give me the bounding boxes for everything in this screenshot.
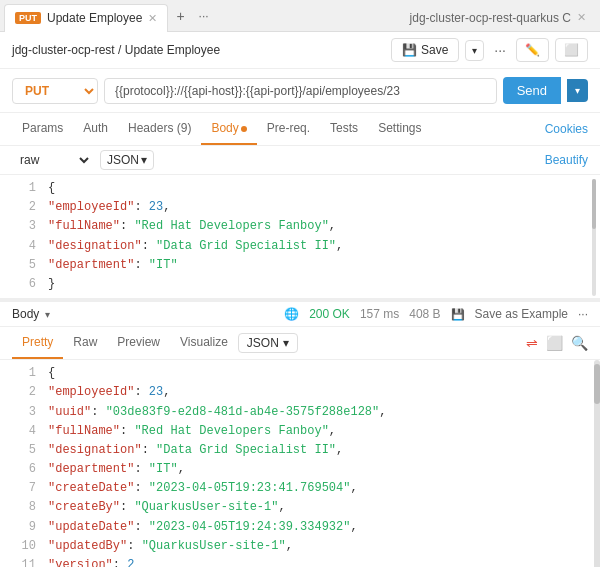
request-tabs-left: Params Auth Headers (9) Body Pre-req. Te… [12,113,431,145]
save-button[interactable]: 💾 Save [391,38,459,62]
tab-body[interactable]: Body [201,113,256,145]
resp-line-6: 6 "department": "IT", [0,460,600,479]
resp-line-9: 9 "updateDate": "2023-04-05T19:24:39.334… [0,518,600,537]
resp-line-11: 11 "version": 2 [0,556,600,567]
resp-tab-visualize[interactable]: Visualize [170,327,238,359]
globe-icon: 🌐 [284,307,299,321]
method-badge: PUT [15,12,41,24]
req-line-1: 1 { [0,179,600,198]
resp-line-5: 5 "designation": "Data Grid Specialist I… [0,441,600,460]
body-indicator [241,126,247,132]
cookies-link[interactable]: Cookies [545,122,588,136]
resp-line-8: 8 "createBy": "QuarkusUser-site-1", [0,498,600,517]
save-icon: 💾 [402,43,417,57]
new-tab-button[interactable]: + [168,8,192,24]
language-chevron: ▾ [141,153,147,167]
breadcrumb-sep: / [118,43,125,57]
tab-update-employee[interactable]: PUT Update Employee ✕ [4,4,168,32]
save-dropdown-button[interactable]: ▾ [465,40,484,61]
response-actions: ⇌ ⬜ 🔍 [526,335,588,351]
breadcrumb-page: Update Employee [125,43,220,57]
editor-scrollbar[interactable] [592,179,596,296]
header-bar: jdg-cluster-ocp-rest / Update Employee 💾… [0,32,600,69]
resp-line-3: 3 "uuid": "03de83f9-e2d8-481d-ab4e-3575f… [0,403,600,422]
tab-close-icon[interactable]: ✕ [148,12,157,25]
send-dropdown-button[interactable]: ▾ [567,79,588,102]
resp-tab-pretty[interactable]: Pretty [12,327,63,359]
tab-headers[interactable]: Headers (9) [118,113,201,145]
save-label: Save [421,43,448,57]
req-line-6: 6 } [0,275,600,294]
resp-line-10: 10 "updatedBy": "QuarkusUser-site-1", [0,537,600,556]
tab-auth[interactable]: Auth [73,113,118,145]
url-bar: PUT GET POST DELETE Send ▾ [0,69,600,113]
status-badge: 200 OK [309,307,350,321]
response-format-label: JSON [247,336,279,350]
resp-line-4: 4 "fullName": "Red Hat Developers Fanboy… [0,422,600,441]
copy-response-button[interactable]: ⬜ [546,335,563,351]
breadcrumb-project: jdg-cluster-ocp-rest [12,43,115,57]
tab-inactive-close-icon[interactable]: ✕ [577,11,586,24]
tab-bar: PUT Update Employee ✕ + ··· jdg-cluster-… [0,0,600,32]
response-body-chevron[interactable]: ▾ [45,309,50,320]
tab-more-button[interactable]: ··· [193,9,215,23]
req-line-4: 4 "designation": "Data Grid Specialist I… [0,237,600,256]
resp-tab-raw[interactable]: Raw [63,327,107,359]
response-stats: 🌐 200 OK 157 ms 408 B 💾 Save as Example … [284,307,588,321]
resp-line-1: 1 { [0,364,600,383]
header-more-button[interactable]: ··· [490,38,510,62]
tab-settings[interactable]: Settings [368,113,431,145]
response-format-select[interactable]: JSON ▾ [238,333,298,353]
breadcrumb: jdg-cluster-ocp-rest / Update Employee [12,43,220,57]
save-as-example-button[interactable]: Save as Example [475,307,568,321]
response-size: 408 B [409,307,440,321]
tab-inactive-title: jdg-cluster-ocp-rest-quarkus C [410,11,571,25]
response-scrollbar-thumb [594,364,600,404]
req-line-2: 2 "employeeId": 23, [0,198,600,217]
request-tabs-row: Params Auth Headers (9) Body Pre-req. Te… [0,113,600,146]
format-select[interactable]: raw form-data binary [12,150,92,170]
editor-toolbar: raw form-data binary JSON ▾ Beautify [0,146,600,175]
tab-params[interactable]: Params [12,113,73,145]
response-bar-left: Body ▾ [12,307,50,321]
beautify-button[interactable]: Beautify [545,153,588,167]
search-response-button[interactable]: 🔍 [571,335,588,351]
header-actions: 💾 Save ▾ ··· ✏️ ⬜ [391,38,588,62]
request-editor: 1 { 2 "employeeId": 23, 3 "fullName": "R… [0,175,600,302]
save-response-icon: 💾 [451,308,465,321]
edit-icon-button[interactable]: ✏️ [516,38,549,62]
request-code-editor[interactable]: 1 { 2 "employeeId": 23, 3 "fullName": "R… [0,175,600,300]
req-line-5: 5 "department": "IT" [0,256,600,275]
response-editor: 1 { 2 "employeeId": 23, 3 "uuid": "03de8… [0,360,600,567]
resp-line-2: 2 "employeeId": 23, [0,383,600,402]
tab-inactive[interactable]: jdg-cluster-ocp-rest-quarkus C ✕ [400,4,596,32]
url-input[interactable] [104,78,497,104]
send-button[interactable]: Send [503,77,561,104]
editor-toolbar-left: raw form-data binary JSON ▾ [12,150,154,170]
tab-tests[interactable]: Tests [320,113,368,145]
response-more-button[interactable]: ··· [578,307,588,321]
method-select[interactable]: PUT GET POST DELETE [12,78,98,104]
response-tabs-left: Pretty Raw Preview Visualize JSON ▾ [12,327,298,359]
language-label: JSON [107,153,139,167]
filter-button[interactable]: ⇌ [526,335,538,351]
tab-active-title: Update Employee [47,11,142,25]
language-select[interactable]: JSON ▾ [100,150,154,170]
response-body-label: Body [12,307,39,321]
tab-prereq[interactable]: Pre-req. [257,113,320,145]
response-tabs-row: Pretty Raw Preview Visualize JSON ▾ ⇌ ⬜ … [0,327,600,360]
resp-line-7: 7 "createDate": "2023-04-05T19:23:41.769… [0,479,600,498]
copy-icon-button[interactable]: ⬜ [555,38,588,62]
response-time: 157 ms [360,307,399,321]
resp-tab-preview[interactable]: Preview [107,327,170,359]
response-scrollbar[interactable] [594,360,600,567]
req-line-3: 3 "fullName": "Red Hat Developers Fanboy… [0,217,600,236]
response-format-chevron: ▾ [283,336,289,350]
response-code-editor[interactable]: 1 { 2 "employeeId": 23, 3 "uuid": "03de8… [0,360,600,567]
response-bar: Body ▾ 🌐 200 OK 157 ms 408 B 💾 Save as E… [0,302,600,327]
